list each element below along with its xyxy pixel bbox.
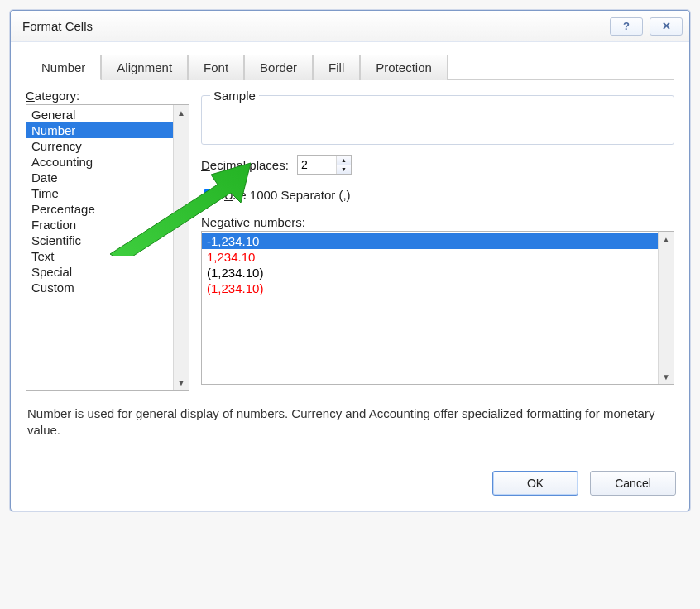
category-item[interactable]: Special xyxy=(26,264,173,280)
category-item[interactable]: Accounting xyxy=(26,154,173,170)
close-button[interactable]: ✕ xyxy=(650,17,683,36)
scroll-up-icon[interactable]: ▲ xyxy=(174,105,189,120)
tab-alignment[interactable]: Alignment xyxy=(101,55,188,80)
tabstrip: Number Alignment Font Border Fill Protec… xyxy=(26,54,674,80)
category-item[interactable]: Currency xyxy=(26,138,173,154)
category-list-inner: GeneralNumberCurrencyAccountingDateTimeP… xyxy=(26,105,173,390)
thousands-separator-label: Use 1000 Separator (,) xyxy=(224,188,351,202)
thousands-separator-checkbox[interactable] xyxy=(204,189,217,201)
tab-number[interactable]: Number xyxy=(26,55,101,80)
ok-button[interactable]: OK xyxy=(492,471,578,496)
scrollbar[interactable]: ▲ ▼ xyxy=(658,232,674,384)
category-item[interactable]: Scientific xyxy=(26,233,173,248)
dialog-title: Format Cells xyxy=(17,19,93,33)
category-item[interactable]: Text xyxy=(26,248,173,264)
decimal-places-spinner[interactable]: ▲ ▼ xyxy=(297,155,352,175)
negative-numbers-listbox[interactable]: -1,234.101,234.10(1,234.10)(1,234.10) ▲ … xyxy=(201,231,674,385)
category-item[interactable]: Percentage xyxy=(26,201,173,217)
sample-value xyxy=(210,116,665,127)
tab-border[interactable]: Border xyxy=(244,55,313,80)
negative-list-inner: -1,234.101,234.10(1,234.10)(1,234.10) xyxy=(202,232,658,384)
tab-protection[interactable]: Protection xyxy=(360,55,448,80)
thousands-separator-row: Use 1000 Separator (,) xyxy=(201,186,674,204)
format-cells-dialog: Format Cells ? ✕ Number Alignment Font B… xyxy=(10,10,690,511)
decimal-places-row: Decimal places: ▲ ▼ xyxy=(201,155,674,175)
category-item[interactable]: General xyxy=(26,107,173,122)
decimal-places-label: Decimal places: xyxy=(201,158,289,172)
spin-down-icon[interactable]: ▼ xyxy=(337,165,351,174)
sample-legend: Sample xyxy=(210,89,259,103)
scroll-down-icon[interactable]: ▼ xyxy=(174,375,189,390)
category-item[interactable]: Custom xyxy=(26,280,173,295)
negative-item[interactable]: (1,234.10) xyxy=(202,281,658,296)
category-label: Category: xyxy=(26,89,189,103)
category-item[interactable]: Number xyxy=(26,122,173,138)
negative-item[interactable]: 1,234.10 xyxy=(202,249,658,265)
scroll-down-icon[interactable]: ▼ xyxy=(659,369,674,384)
dialog-footer: OK Cancel xyxy=(11,446,689,511)
titlebar: Format Cells ? ✕ xyxy=(11,11,689,42)
category-description: Number is used for general display of nu… xyxy=(26,391,674,446)
window-controls: ? ✕ xyxy=(610,17,683,36)
scrollbar[interactable]: ▲ ▼ xyxy=(173,105,189,390)
category-item[interactable]: Date xyxy=(26,170,173,185)
category-item[interactable]: Fraction xyxy=(26,217,173,233)
category-column: Category: GeneralNumberCurrencyAccountin… xyxy=(26,89,189,391)
sample-group: Sample xyxy=(201,89,674,145)
cancel-button[interactable]: Cancel xyxy=(590,471,676,496)
category-listbox[interactable]: GeneralNumberCurrencyAccountingDateTimeP… xyxy=(26,104,189,391)
negative-numbers-label: Negative numbers: xyxy=(201,215,674,229)
help-button[interactable]: ? xyxy=(610,17,643,36)
scroll-up-icon[interactable]: ▲ xyxy=(659,232,674,247)
options-column: Sample Decimal places: ▲ ▼ xyxy=(201,89,674,391)
tab-fill[interactable]: Fill xyxy=(313,55,360,80)
tab-body: Category: GeneralNumberCurrencyAccountin… xyxy=(26,89,674,391)
spin-up-icon[interactable]: ▲ xyxy=(337,156,351,165)
tab-font[interactable]: Font xyxy=(188,55,244,80)
dialog-content: Number Alignment Font Border Fill Protec… xyxy=(11,42,689,446)
category-item[interactable]: Time xyxy=(26,185,173,201)
negative-item[interactable]: (1,234.10) xyxy=(202,265,658,281)
decimal-places-input[interactable] xyxy=(298,156,336,174)
negative-item[interactable]: -1,234.10 xyxy=(202,233,658,249)
